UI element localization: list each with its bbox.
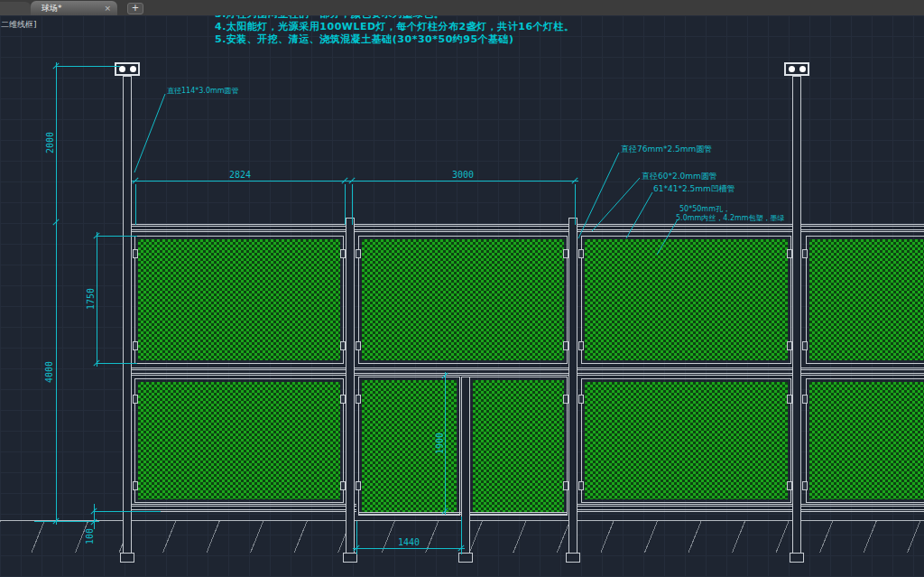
dim-ext bbox=[34, 521, 99, 522]
mesh-clamp bbox=[356, 395, 361, 404]
mesh-clamp bbox=[356, 341, 361, 350]
dim-line-2824 bbox=[132, 181, 348, 181]
dim-ext bbox=[97, 363, 137, 364]
solar-light-fixture bbox=[115, 62, 140, 76]
tab-previous[interactable] bbox=[0, 2, 31, 15]
fence-post bbox=[123, 76, 132, 561]
mesh-clamp bbox=[787, 249, 792, 258]
fence-rail bbox=[132, 509, 356, 512]
dim-ext bbox=[97, 236, 137, 237]
post-footing bbox=[120, 553, 134, 563]
mesh-clamp bbox=[133, 481, 138, 490]
dim-ext bbox=[575, 184, 576, 225]
mesh-clamp bbox=[802, 395, 808, 404]
mesh-clamp bbox=[787, 341, 792, 350]
dim-text-door-height: 1900 bbox=[435, 433, 445, 454]
mesh-panel bbox=[581, 236, 791, 364]
dim-ext bbox=[56, 66, 120, 67]
fence-rail bbox=[132, 229, 924, 232]
lamp-bulb bbox=[119, 66, 125, 72]
mesh-clamp bbox=[578, 481, 584, 490]
gate-door-panel bbox=[469, 377, 568, 516]
viewport-style-label[interactable]: 二维线框] bbox=[1, 19, 37, 31]
mesh-clamp bbox=[787, 395, 792, 404]
mesh-clamp bbox=[356, 249, 361, 258]
dim-line-3000 bbox=[348, 181, 578, 181]
dim-line-1440 bbox=[353, 548, 465, 549]
leader-label-pole-pipe: 直径114*3.0mm圆管 bbox=[167, 86, 239, 96]
leader-label-mid-rail-pipe: 直径60*2.0mm圆管 bbox=[642, 171, 717, 182]
mesh-clamp bbox=[340, 481, 346, 490]
mesh-clamp bbox=[340, 395, 346, 404]
mesh-clamp bbox=[563, 341, 568, 350]
mesh-clamp bbox=[802, 249, 808, 258]
fence-rail bbox=[132, 368, 924, 370]
fence-rail bbox=[132, 224, 924, 227]
leader-label-channel-tube: 61*41*2.5mm凹槽管 bbox=[653, 183, 735, 195]
dim-ext bbox=[135, 184, 136, 225]
mesh-clamp bbox=[802, 481, 808, 490]
mesh-clamp bbox=[578, 395, 584, 404]
dim-line-1900 bbox=[445, 372, 446, 515]
mesh-clamp bbox=[133, 341, 138, 350]
dim-line-1750 bbox=[97, 232, 97, 367]
dim-line-100 bbox=[94, 504, 95, 529]
leader-label-mesh-spec-2: 5.0mm内丝，4.2mm包塑，墨绿 bbox=[676, 213, 785, 223]
mesh-clamp bbox=[578, 249, 584, 258]
dim-text-pole-top: 2000 bbox=[45, 132, 55, 154]
cad-window: 二维线框] bbox=[0, 0, 924, 577]
tab-title: 球场* bbox=[42, 3, 62, 14]
note-line-4: 4.太阳能灯，光源采用100WLED灯，每个灯柱分布2盏灯，共计16个灯柱。 bbox=[215, 20, 575, 33]
mesh-clamp bbox=[787, 481, 792, 490]
mesh-clamp bbox=[133, 395, 138, 404]
mesh-panel bbox=[358, 236, 568, 364]
dim-text-total-height: 4000 bbox=[44, 361, 54, 383]
note-line-5: 5.安装、开挖、清运、浇筑混凝土基础(30*30*50约95个基础) bbox=[215, 33, 514, 46]
mesh-clamp bbox=[563, 481, 568, 490]
fence-rail bbox=[132, 504, 356, 507]
fence-rail bbox=[568, 504, 924, 507]
mesh-panel bbox=[134, 378, 344, 503]
fence-post bbox=[792, 76, 801, 561]
mesh-clamp bbox=[356, 481, 361, 490]
fence-rail bbox=[132, 373, 924, 376]
lamp-bulb bbox=[789, 66, 795, 72]
close-tab-icon[interactable]: × bbox=[104, 3, 111, 14]
mesh-panel bbox=[806, 378, 924, 503]
dim-line-4000 bbox=[56, 222, 57, 525]
leader-label-top-rail-pipe: 直径76mm*2.5mm圆管 bbox=[621, 144, 712, 155]
solar-light-fixture bbox=[784, 62, 809, 76]
fence-rail bbox=[568, 509, 924, 512]
dim-ext bbox=[356, 521, 357, 554]
dim-ext bbox=[352, 184, 353, 225]
mesh-panel bbox=[134, 236, 344, 364]
post-footing bbox=[566, 553, 580, 563]
fence-post bbox=[346, 218, 355, 561]
mesh-clamp bbox=[133, 249, 138, 258]
fence-post bbox=[568, 218, 578, 561]
post-footing bbox=[343, 553, 357, 563]
dim-ext bbox=[345, 184, 346, 225]
mesh-clamp bbox=[340, 249, 346, 258]
dim-text-bottom-gap: 100 bbox=[85, 528, 95, 544]
mesh-clamp bbox=[563, 249, 568, 258]
post-footing bbox=[790, 553, 804, 563]
dim-text-panel-height: 1750 bbox=[86, 288, 96, 310]
mesh-clamp bbox=[563, 395, 568, 404]
dim-text-door-width: 1440 bbox=[398, 537, 420, 547]
dim-ext bbox=[461, 517, 462, 554]
dim-line-2000 bbox=[56, 62, 57, 226]
dim-text-span-left: 2824 bbox=[229, 170, 251, 180]
tab-drawing[interactable]: 球场* × bbox=[31, 1, 117, 15]
mesh-clamp bbox=[340, 341, 346, 350]
mesh-clamp bbox=[802, 341, 808, 350]
dim-ext bbox=[94, 511, 161, 512]
mesh-panel bbox=[581, 378, 791, 503]
dim-text-span-right: 3000 bbox=[452, 170, 474, 180]
gate-post bbox=[461, 377, 470, 556]
new-tab-button[interactable]: + bbox=[127, 3, 143, 14]
file-tab-bar: 球场* × + bbox=[0, 0, 924, 15]
lamp-bulb bbox=[799, 66, 806, 72]
lamp-bulb bbox=[130, 66, 136, 72]
mesh-panel bbox=[806, 236, 924, 364]
